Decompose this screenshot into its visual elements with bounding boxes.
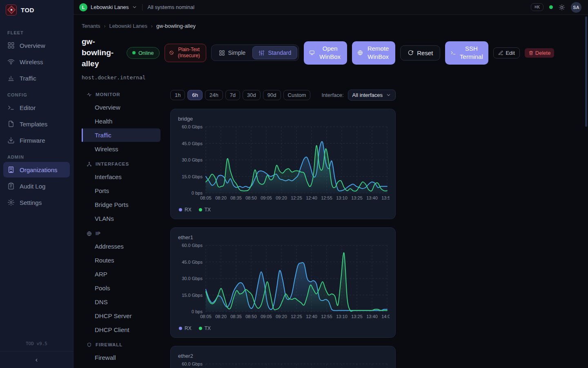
online-dot-icon bbox=[132, 51, 136, 54]
trash-icon bbox=[528, 50, 534, 56]
rug-logo-icon bbox=[6, 4, 17, 16]
rx-dot-icon bbox=[179, 208, 182, 211]
chart-canvas-bridge: 60.0 Gbps45.0 Gbps30.0 Gbps15.0 Gbps0 bp… bbox=[177, 123, 390, 202]
device-nav-item-wireless[interactable]: Wireless bbox=[82, 142, 160, 156]
x-axis-label: 14:00 bbox=[381, 314, 390, 319]
device-nav-item-dns[interactable]: DNS bbox=[82, 295, 160, 309]
device-nav-item-health[interactable]: Health bbox=[82, 114, 160, 128]
x-axis-label: 13:55 bbox=[381, 195, 390, 200]
sidebar-item-firmware[interactable]: Firmware bbox=[3, 132, 70, 148]
device-nav-item-dhcp-server[interactable]: DHCP Server bbox=[82, 309, 160, 323]
range-pill-custom[interactable]: Custom bbox=[283, 90, 311, 100]
user-avatar[interactable]: SA bbox=[571, 2, 581, 13]
device-nav-item-ports[interactable]: Ports bbox=[82, 184, 160, 197]
chart-title: ether1 bbox=[178, 234, 389, 240]
terminal-icon bbox=[7, 104, 15, 111]
device-nav-item-dhcp-client[interactable]: DHCP Client bbox=[82, 323, 160, 337]
chart-legend: RXTX bbox=[177, 325, 389, 331]
sun-icon bbox=[559, 4, 565, 11]
range-pill-30d[interactable]: 30d bbox=[243, 90, 261, 100]
sidebar-item-overview[interactable]: Overview bbox=[3, 38, 70, 53]
range-pill-90d[interactable]: 90d bbox=[263, 90, 281, 100]
interface-select[interactable]: All interfaces bbox=[348, 90, 396, 101]
scrollbar-thumb[interactable] bbox=[585, 16, 587, 127]
legend-tx: TX bbox=[199, 325, 211, 331]
chart-card-ether1: ether160.0 Gbps45.0 Gbps30.0 Gbps15.0 Gb… bbox=[170, 227, 396, 338]
clipboard-icon bbox=[7, 182, 15, 190]
sidebar-item-organizations[interactable]: Organizations bbox=[3, 162, 70, 177]
x-axis-label: 08:35 bbox=[230, 314, 242, 319]
device-nav-item-routes[interactable]: Routes bbox=[82, 254, 160, 267]
terminal-icon bbox=[450, 50, 456, 56]
building-icon bbox=[7, 166, 15, 173]
ssh-terminal-button[interactable]: SSH Terminal bbox=[445, 41, 488, 65]
chart-canvas-ether2: 60.0 Gbps45.0 Gbps30.0 Gbps15.0 Gbps0 bp… bbox=[177, 361, 390, 368]
device-nav-item-arp[interactable]: ARP bbox=[82, 267, 160, 281]
sidebar-footer: TOD v9.5 ‹ bbox=[0, 337, 73, 368]
main-area: L Lebowski Lanes All systems nominal ⌘K … bbox=[74, 0, 588, 368]
device-nav-item-mangle[interactable]: Mangle bbox=[82, 365, 160, 368]
x-axis-label: 08:50 bbox=[245, 195, 257, 200]
sidebar-item-editor[interactable]: Editor bbox=[3, 100, 70, 115]
chevron-left-icon: ‹ bbox=[36, 356, 38, 364]
open-winbox-button[interactable]: Open WinBox bbox=[304, 41, 347, 65]
breadcrumb-tenant[interactable]: Lebowski Lanes bbox=[109, 23, 147, 29]
x-axis-label: 08:20 bbox=[215, 195, 227, 200]
gear-icon bbox=[7, 199, 15, 206]
device-nav-item-pools[interactable]: Pools bbox=[82, 281, 160, 295]
x-axis-label: 08:05 bbox=[200, 195, 212, 200]
chart-legend: RXTX bbox=[177, 207, 389, 213]
sidebar-collapse-button[interactable]: ‹ bbox=[0, 352, 73, 368]
app-root: TOD FLEETOverviewWirelessTrafficCONFIGEd… bbox=[0, 0, 588, 368]
device-nav-item-vlans[interactable]: VLANs bbox=[82, 212, 160, 225]
x-axis-label: 13:40 bbox=[366, 195, 378, 200]
theme-toggle-button[interactable] bbox=[559, 4, 565, 11]
refresh-icon bbox=[408, 50, 414, 56]
y-axis-label: 60.0 Gbps bbox=[182, 124, 203, 129]
device-nav-item-bridge-ports[interactable]: Bridge Ports bbox=[82, 198, 160, 211]
sidebar-item-traffic[interactable]: Traffic bbox=[3, 70, 70, 86]
x-axis-label: 13:25 bbox=[351, 314, 363, 319]
sidebar-item-settings[interactable]: Settings bbox=[3, 195, 70, 210]
remote-winbox-button[interactable]: Remote WinBox bbox=[352, 41, 395, 65]
device-nav-item-traffic[interactable]: Traffic bbox=[82, 128, 160, 142]
sidebar-item-templates[interactable]: Templates bbox=[3, 116, 70, 132]
slash-circle-icon bbox=[169, 50, 174, 55]
app-logo[interactable]: TOD bbox=[0, 0, 73, 20]
chart-title: ether2 bbox=[178, 353, 389, 359]
command-palette-shortcut[interactable]: ⌘K bbox=[531, 3, 543, 11]
device-host: host.docker.internal bbox=[82, 74, 578, 81]
wifi-icon bbox=[7, 58, 15, 65]
x-axis-label: 09:20 bbox=[276, 314, 287, 319]
view-mode-standard[interactable]: Standard bbox=[252, 46, 297, 59]
chart-canvas-ether1: 60.0 Gbps45.0 Gbps30.0 Gbps15.0 Gbps0 bp… bbox=[177, 242, 390, 321]
y-axis-label: 30.0 Gbps bbox=[182, 276, 203, 281]
breadcrumb-tenants[interactable]: Tenants bbox=[82, 23, 100, 29]
tenant-switcher[interactable]: L Lebowski Lanes bbox=[79, 3, 137, 11]
range-pill-1h[interactable]: 1h bbox=[170, 90, 185, 100]
x-axis-label: 12:40 bbox=[306, 195, 317, 200]
page-title: gw-bowling-alley bbox=[82, 36, 122, 70]
range-pill-24h[interactable]: 24h bbox=[205, 90, 223, 100]
app-name: TOD bbox=[21, 7, 34, 13]
device-nav-item-firewall[interactable]: Firewall bbox=[82, 351, 160, 364]
device-nav-item-addresses[interactable]: Addresses bbox=[82, 240, 160, 253]
range-pill-7d[interactable]: 7d bbox=[225, 90, 240, 100]
reset-button[interactable]: Reset bbox=[400, 45, 440, 61]
x-axis-label: 12:40 bbox=[306, 314, 317, 319]
device-nav-item-interfaces[interactable]: Interfaces bbox=[82, 170, 160, 184]
sidebar-item-wireless[interactable]: Wireless bbox=[3, 54, 70, 70]
device-nav-item-overview[interactable]: Overview bbox=[82, 101, 160, 114]
range-pill-6h[interactable]: 6h bbox=[187, 90, 202, 100]
delete-button[interactable]: Delete bbox=[525, 48, 555, 58]
x-axis-label: 08:05 bbox=[200, 314, 212, 319]
view-mode-simple[interactable]: Simple bbox=[213, 46, 252, 59]
time-range-group: 1h6h24h7d30d90dCustom bbox=[170, 90, 310, 100]
rx-dot-icon bbox=[179, 327, 182, 330]
globe-icon bbox=[357, 50, 363, 56]
y-axis-label: 0 bps bbox=[192, 191, 203, 195]
sidebar-item-audit-log[interactable]: Audit Log bbox=[3, 178, 70, 194]
legend-rx: RX bbox=[179, 325, 192, 331]
file-icon bbox=[7, 120, 15, 128]
edit-button[interactable]: Edit bbox=[493, 47, 519, 58]
